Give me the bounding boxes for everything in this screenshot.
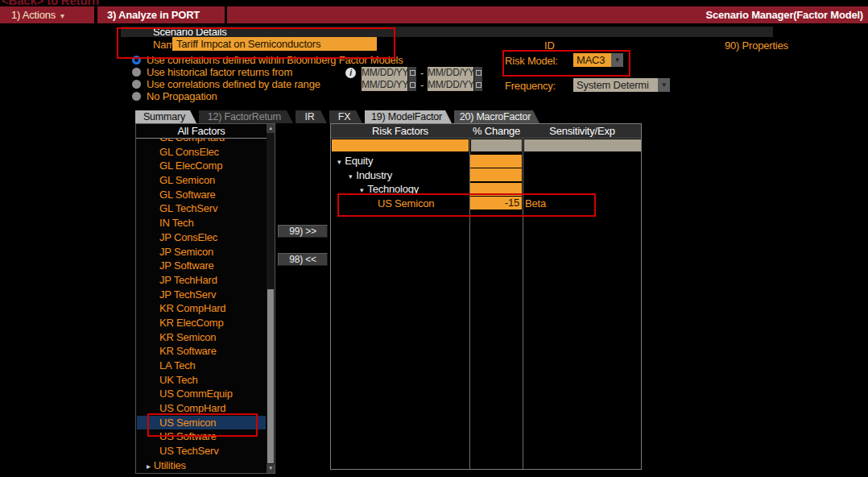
column-header-risk-factors: Risk Factors [331,124,469,139]
list-item[interactable]: KR Software [137,344,266,359]
list-item[interactable]: US TechServ [137,444,266,458]
list-item-label: Utilities [154,459,186,471]
list-item[interactable]: US Software [137,429,266,444]
list-item[interactable]: JP Software [137,259,266,273]
list-item[interactable]: GL Software [137,188,266,202]
tab-macrofactor[interactable]: 20) MacroFactor [454,110,539,123]
radio-historical-returns[interactable] [132,68,141,77]
list-item-us-semicon-selected[interactable]: US Semicon [137,416,266,430]
scenario-name-input[interactable]: Tariff Impcat on Semiconductors [172,37,377,51]
list-item[interactable]: GL Semicon [137,173,266,188]
table-row-industry[interactable]: ▾Industry [349,168,392,182]
column-header-sensitivity: Sensitivity/Exp [523,124,641,139]
back-link[interactable]: <Back> to Return [0,0,258,6]
back-link-label: <Back> to Return [2,0,99,6]
chevron-down-icon: ▾ [60,11,64,20]
menu-bar: 1) Actions▾ 3) Analyze in PORT Scenario … [0,6,868,24]
calendar-icon[interactable] [473,79,482,91]
hist-start-date-input[interactable]: MM/DD/YY [362,67,407,79]
tab-summary[interactable]: Summary [135,110,196,123]
list-item[interactable]: GL ConsElec [137,145,266,160]
scrollbar-thumb[interactable] [267,289,274,463]
list-item-utilities-group[interactable]: ▸Utilities [137,458,266,472]
option-label[interactable]: Use correlations defined within Bloomber… [147,54,403,66]
change-input-equity[interactable] [470,155,522,168]
row-label: Industry [356,169,392,181]
add-factor-button[interactable]: 99) >> [278,225,328,238]
actions-button-label: 1) Actions [11,9,56,21]
option-label[interactable]: Use correlations defined by date range [147,78,320,90]
tab-modelfactor[interactable]: 19) ModelFactor [365,110,452,123]
sensitivity-filter-cell[interactable] [524,139,641,151]
row-label: US Semicon [378,197,434,209]
list-item[interactable]: UK Tech [137,373,266,388]
window-title-segment: Scenario Manager(Factor Model) [227,6,868,23]
analyze-in-port-button[interactable]: 3) Analyze in PORT [97,6,225,23]
table-row-equity[interactable]: ▾Equity [337,154,373,168]
chevron-down-icon[interactable]: ▼ [658,78,670,92]
date-separator: - [420,79,424,91]
column-divider [523,124,523,469]
list-item[interactable]: KR ElecComp [137,316,266,330]
list-item[interactable]: KR Semicon [137,330,266,345]
frequency-select[interactable]: System Determi [573,78,659,92]
risk-factors-table: Risk Factors % Change Sensitivity/Exp ▾E… [330,123,642,470]
calendar-icon[interactable] [473,67,482,79]
change-filter-cell[interactable] [471,139,522,151]
factor-filter-input[interactable] [332,139,469,151]
change-input-industry[interactable] [470,168,522,181]
table-row-us-semicon[interactable]: US Semicon [378,197,434,210]
range-end-date-input[interactable]: MM/DD/YY [428,79,473,91]
chevron-down-icon[interactable]: ▼ [611,53,623,67]
properties-button[interactable]: 90) Properties [725,39,788,52]
list-item[interactable]: US CompHard [137,401,266,416]
scroll-down-icon[interactable]: ▼ [267,464,275,473]
radio-date-range-correlations[interactable] [132,80,141,89]
calendar-icon[interactable] [407,79,416,91]
scrollbar[interactable]: ▲ ▼ [267,124,275,473]
chevron-down-icon: ▾ [337,158,341,166]
column-header-pct-change: % Change [470,124,523,139]
scroll-up-icon[interactable]: ▲ [267,124,275,133]
list-item[interactable]: KR CompHard [137,301,266,316]
row-label: Technology [367,183,419,195]
table-row-technology[interactable]: ▾Technology [360,182,419,196]
tab-factorreturn[interactable]: 12) FactorReturn [199,110,293,123]
list-item[interactable]: IN Tech [137,216,266,230]
option-row-date-range-correlations: Use correlations defined by date range [132,78,320,90]
change-input-us-semicon[interactable]: -15 [470,197,522,209]
list-item[interactable]: LA Tech [137,359,266,373]
list-item[interactable]: JP Semicon [137,245,266,259]
actions-button[interactable]: 1) Actions▾ [0,6,94,23]
hist-end-date-input[interactable]: MM/DD/YY [428,67,473,79]
option-row-historical-returns: Use historical factor returns from [132,66,292,78]
date-separator: - [420,67,424,79]
risk-model-select[interactable]: MAC3 [573,53,612,67]
calendar-icon[interactable] [407,67,416,79]
remove-factor-button[interactable]: 98) << [278,253,328,266]
radio-no-propagation[interactable] [132,92,141,101]
change-input-technology[interactable] [470,183,522,196]
option-label[interactable]: Use historical factor returns from [147,66,292,78]
list-item[interactable]: GL TechServ [137,201,266,216]
list-item[interactable]: JP TechServ [137,288,266,302]
analyze-button-label: 3) Analyze in PORT [107,9,200,21]
list-item[interactable]: GL ElecComp [137,159,266,173]
chevron-down-icon: ▾ [349,172,352,180]
tab-ir[interactable]: IR [296,110,327,123]
id-label: ID [544,39,555,52]
range-start-date-input[interactable]: MM/DD/YY [362,79,407,91]
list-item[interactable]: JP ConsElec [137,230,266,245]
chevron-right-icon: ▸ [147,462,151,471]
radio-bloomberg-correlations[interactable] [132,56,141,64]
option-label[interactable]: No Propagation [147,90,217,102]
frequency-label: Frequency: [505,80,556,92]
tab-fx[interactable]: FX [329,110,362,123]
window-title: Scenario Manager(Factor Model) [705,9,863,21]
list-item[interactable]: GL CompHard [137,139,266,145]
list-item[interactable]: JP TechHard [137,273,266,288]
chevron-down-icon: ▾ [360,186,363,194]
factor-list: GL CompHard GL ConsElec GL ElecComp GL S… [137,139,266,472]
list-item[interactable]: US CommEquip [137,387,266,401]
info-icon[interactable]: i [345,68,356,78]
